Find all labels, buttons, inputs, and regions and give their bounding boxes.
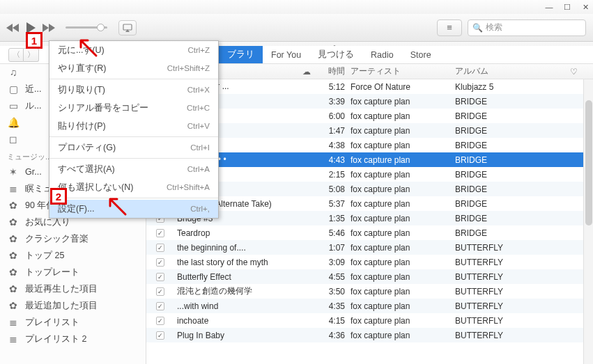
track-artist: fox capture plan — [351, 301, 455, 311]
track-artist: fox capture plan — [351, 97, 455, 106]
search-placeholder: 検索 — [486, 22, 502, 33]
menu-item[interactable]: シリアル番号をコピーCtrl+C — [49, 99, 218, 117]
track-album: BRIDGE — [455, 126, 563, 136]
track-album: BUTTERFLY — [455, 301, 563, 311]
table-row[interactable]: ✓ Plug In Baby 4:36 fox capture plan BUT… — [146, 328, 593, 342]
col-time[interactable]: 時間 — [317, 66, 351, 77]
track-time: 4:35 — [317, 301, 351, 311]
track-artist: Force Of Nature — [351, 82, 455, 92]
window-minimize-button[interactable]: — — [544, 2, 554, 12]
track-checkbox[interactable]: ✓ — [156, 258, 164, 267]
track-checkbox[interactable]: ✓ — [156, 317, 164, 325]
track-time: 4:38 — [317, 141, 351, 150]
annotation-arrow-2 — [105, 193, 132, 221]
track-album: BRIDGE — [455, 184, 563, 194]
tab-library[interactable]: ブラリ — [219, 46, 263, 63]
col-album[interactable]: アルバム — [455, 66, 563, 77]
sidebar-item[interactable]: ≣プレイリスト — [0, 314, 146, 331]
track-artist: fox capture plan — [351, 331, 455, 340]
track-time: 3:50 — [317, 287, 351, 296]
track-checkbox[interactable]: ✓ — [156, 244, 164, 252]
tab-for-you[interactable]: For You — [263, 46, 309, 63]
track-album: BUTTERFLY — [455, 287, 563, 296]
volume-slider[interactable] — [66, 26, 107, 29]
track-album: BUTTERFLY — [455, 243, 563, 253]
vertical-scrollbar[interactable] — [583, 79, 593, 364]
table-row[interactable]: ✓ the beginning of.... 1:07 fox capture … — [146, 240, 593, 255]
menu-item[interactable]: プロパティ(G)Ctrl+I — [49, 139, 218, 157]
track-album: Klubjazz 5 — [455, 82, 563, 92]
annotation-arrow-1 — [75, 35, 103, 63]
sidebar-item[interactable]: ✿最近再生した項目 — [0, 280, 146, 297]
track-album: BRIDGE — [455, 155, 563, 165]
window-maximize-button[interactable]: ☐ — [562, 2, 572, 12]
track-name: Butterfly Effect — [174, 272, 296, 282]
track-artist: fox capture plan — [351, 228, 455, 238]
window-close-button[interactable]: ✕ — [580, 2, 590, 12]
list-view-button[interactable]: ≡ — [437, 19, 462, 36]
volume-knob[interactable] — [97, 24, 105, 31]
track-checkbox[interactable]: ✓ — [156, 273, 164, 281]
table-row[interactable]: ✓ Butterfly Effect 4:55 fox capture plan… — [146, 269, 593, 284]
sidebar-item[interactable]: ✿クラシック音楽 — [0, 230, 146, 247]
col-love[interactable]: ♡ — [563, 67, 584, 77]
track-time: 5:08 — [317, 184, 351, 194]
col-cloud[interactable]: ☁ — [296, 67, 317, 77]
menu-item[interactable]: 何も選択しない(N)Ctrl+Shift+A — [49, 178, 218, 196]
tab-radio[interactable]: Radio — [362, 46, 402, 63]
next-track-button[interactable] — [42, 23, 56, 33]
track-artist: fox capture plan — [351, 272, 455, 282]
track-artist: fox capture plan — [351, 126, 455, 136]
tab-store[interactable]: Store — [402, 46, 440, 63]
track-time: 5:46 — [317, 228, 351, 238]
track-time: 3:39 — [317, 97, 351, 106]
track-artist: fox capture plan — [351, 258, 455, 267]
annotation-callout-2: 2 — [50, 188, 67, 205]
sidebar-item[interactable]: ✿トップ 25 — [0, 247, 146, 264]
track-album: BUTTERFLY — [455, 272, 563, 282]
sidebar-item[interactable]: ≣プレイリスト 2 — [0, 331, 146, 347]
sidebar-item[interactable]: ✿トップレート — [0, 264, 146, 280]
table-row[interactable]: ✓ inchoate 4:15 fox capture plan BUTTERF… — [146, 313, 593, 328]
track-time: 4:55 — [317, 272, 351, 282]
track-checkbox[interactable]: ✓ — [156, 229, 164, 237]
track-artist: fox capture plan — [351, 111, 455, 121]
edit-dropdown-menu: 元に...す(U)Ctrl+Zやり直す(R)Ctrl+Shift+Z切り取り(T… — [49, 40, 219, 219]
svg-rect-0 — [123, 24, 132, 30]
track-album: BRIDGE — [455, 228, 563, 238]
track-time: 4:15 — [317, 316, 351, 326]
track-artist: fox capture plan — [351, 214, 455, 223]
track-album: BRIDGE — [455, 170, 563, 180]
table-row[interactable]: ✓ Teardrop 5:46 fox capture plan BRIDGE — [146, 225, 593, 240]
track-name: ...with wind — [174, 301, 296, 311]
track-checkbox[interactable]: ✓ — [156, 302, 164, 310]
col-artist[interactable]: アーティスト — [351, 66, 455, 77]
nav-forward-button[interactable]: 〉 — [24, 48, 39, 62]
title-bar: — ☐ ✕ — [0, 0, 593, 14]
track-album: BRIDGE — [455, 111, 563, 121]
track-name: 混沌と創造の幾何学 — [174, 285, 296, 297]
track-time: 1:07 — [317, 243, 351, 253]
table-row[interactable]: ✓ 混沌と創造の幾何学 3:50 fox capture plan BUTTER… — [146, 284, 593, 299]
track-time: 3:09 — [317, 258, 351, 267]
table-row[interactable]: ✓ ...with wind 4:35 fox capture plan BUT… — [146, 299, 593, 313]
sidebar-item[interactable]: ✿最近追加した項目 — [0, 297, 146, 314]
track-time: 6:00 — [317, 111, 351, 121]
menu-item[interactable]: 設定(F)...Ctrl+, — [49, 200, 218, 218]
tab-browse[interactable]: 見つける — [309, 46, 362, 63]
annotation-callout-1: 1 — [26, 32, 43, 49]
track-time: 4:43 — [317, 155, 351, 165]
table-row[interactable]: ✓ the last story of the myth 3:09 fox ca… — [146, 255, 593, 269]
nav-back-button[interactable]: 〈 — [8, 48, 24, 62]
menu-item[interactable]: 切り取り(T)Ctrl+X — [49, 81, 218, 99]
menu-item[interactable]: 貼り付け(P)Ctrl+V — [49, 117, 218, 135]
menu-item[interactable]: すべて選択(A)Ctrl+A — [49, 160, 218, 178]
track-artist: fox capture plan — [351, 287, 455, 296]
scrollbar-thumb[interactable] — [585, 100, 592, 225]
track-checkbox[interactable]: ✓ — [156, 287, 164, 296]
prev-track-button[interactable] — [6, 23, 20, 33]
search-icon: 🔍 — [472, 23, 483, 33]
airplay-button[interactable] — [118, 20, 137, 35]
track-checkbox[interactable]: ✓ — [156, 331, 164, 340]
search-input[interactable]: 🔍 検索 — [468, 19, 586, 36]
